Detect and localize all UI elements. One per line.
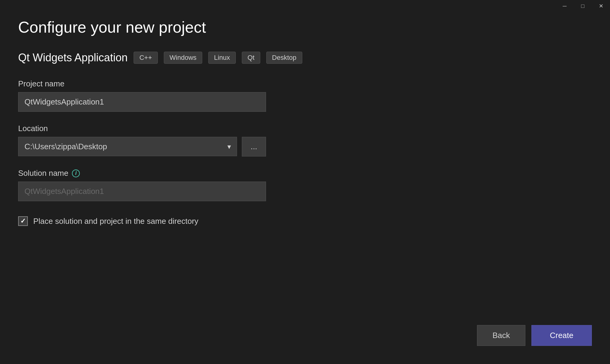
solution-name-input[interactable] — [18, 182, 266, 201]
location-select[interactable]: C:\Users\zippa\Desktop — [18, 137, 237, 156]
tag-linux: Linux — [208, 52, 236, 64]
solution-name-label: Solution name i — [18, 169, 266, 178]
window-controls: ─ □ ✕ — [556, 0, 610, 12]
tag-cpp: C++ — [134, 52, 158, 64]
create-button[interactable]: Create — [531, 325, 592, 346]
tag-qt: Qt — [242, 52, 260, 64]
tag-windows: Windows — [164, 52, 202, 64]
maximize-button[interactable]: □ — [574, 0, 592, 12]
project-name-label: Project name — [18, 79, 266, 89]
close-button[interactable]: ✕ — [592, 0, 610, 12]
tag-desktop: Desktop — [266, 52, 302, 64]
minimize-button[interactable]: ─ — [556, 0, 574, 12]
form-section: Project name Location C:\Users\zippa\Des… — [18, 79, 266, 226]
checkbox-row: Place solution and project in the same d… — [18, 216, 266, 226]
location-row: C:\Users\zippa\Desktop ▼ ... — [18, 137, 266, 156]
location-label: Location — [18, 124, 266, 133]
info-icon: i — [72, 169, 80, 177]
footer-buttons: Back Create — [477, 325, 592, 346]
browse-button[interactable]: ... — [242, 137, 266, 156]
back-button[interactable]: Back — [477, 325, 525, 346]
same-directory-checkbox-wrapper[interactable] — [18, 216, 28, 226]
main-content: Configure your new project Qt Widgets Ap… — [0, 0, 610, 364]
project-name-input[interactable] — [18, 92, 266, 112]
page-title: Configure your new project — [18, 18, 592, 36]
location-select-wrapper: C:\Users\zippa\Desktop ▼ — [18, 137, 237, 156]
project-type-label: Qt Widgets Application — [18, 51, 128, 64]
same-directory-label: Place solution and project in the same d… — [33, 217, 198, 226]
project-subtitle: Qt Widgets Application C++ Windows Linux… — [18, 51, 592, 64]
